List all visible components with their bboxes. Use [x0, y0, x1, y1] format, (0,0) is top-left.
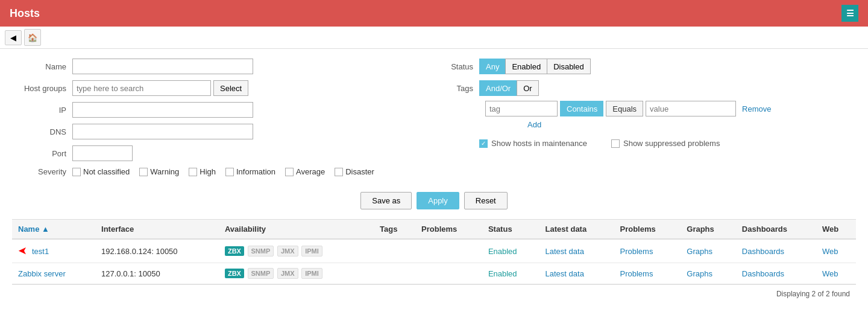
severity-disaster-checkbox[interactable]	[335, 168, 343, 176]
badge-zbx: ZBX	[225, 246, 244, 256]
header-icon: ☰	[841, 5, 858, 22]
status-enabled-button[interactable]: Enabled	[505, 59, 547, 74]
severity-row: Severity Not classified Warning High	[12, 167, 425, 176]
save-as-button[interactable]: Save as	[360, 192, 412, 209]
host-tags-cell	[374, 263, 415, 284]
show-suppressed-checkbox[interactable]	[611, 139, 620, 148]
tags-andor-button[interactable]: And/Or	[479, 80, 517, 96]
host-latestdata-cell: Latest data	[539, 239, 614, 263]
apply-button[interactable]: Apply	[417, 192, 459, 209]
badge-jmx: JMX	[277, 268, 298, 279]
actions-row: Save as Apply Reset	[12, 192, 856, 209]
dns-row: DNS	[12, 124, 425, 139]
problems-link[interactable]: Problems	[620, 269, 653, 278]
host-latestdata-cell: Latest data	[539, 263, 614, 284]
hosts-table: Name ▲ Interface Availability Tags Probl…	[12, 219, 856, 284]
col-latest-data: Latest data	[539, 220, 614, 240]
severity-warning-checkbox[interactable]	[139, 168, 148, 176]
graphs-link[interactable]: Graphs	[687, 247, 712, 256]
severity-not-classified-checkbox[interactable]	[72, 168, 81, 176]
reset-button[interactable]: Reset	[464, 192, 508, 209]
status-disabled-button[interactable]: Disabled	[547, 59, 591, 74]
tag-equals-button[interactable]: Equals	[606, 101, 643, 116]
maintenance-row: Show hosts in maintenance Show suppresse…	[479, 139, 856, 148]
severity-information[interactable]: Information	[225, 167, 275, 176]
status-button-group: Any Enabled Disabled	[479, 59, 591, 74]
dashboards-link[interactable]: Dashboards	[742, 269, 784, 278]
tags-andor-group: And/Or Or	[479, 80, 539, 96]
name-row: Name	[12, 59, 425, 74]
severity-label: Severity	[12, 167, 72, 176]
nav-home-button[interactable]: 🏠	[24, 29, 41, 46]
col-interface: Interface	[95, 220, 219, 240]
tag-value-input[interactable]	[646, 101, 736, 116]
dns-input[interactable]	[72, 124, 253, 139]
port-row: Port	[12, 145, 425, 161]
col-name: Name ▲	[12, 220, 95, 240]
severity-average-label: Average	[296, 167, 325, 176]
ip-row: IP	[12, 102, 425, 118]
tag-remove-link[interactable]: Remove	[742, 104, 771, 113]
severity-information-label: Information	[236, 167, 275, 176]
sort-name-link[interactable]: Name ▲	[18, 225, 49, 234]
severity-average-checkbox[interactable]	[285, 168, 294, 176]
tag-add-link[interactable]: Add	[527, 120, 541, 129]
show-suppressed-label: Show suppressed problems	[623, 139, 720, 148]
show-suppressed-item: Show suppressed problems	[611, 139, 720, 148]
name-label: Name	[12, 62, 72, 71]
severity-high[interactable]: High	[189, 167, 216, 176]
host-status-cell: Enabled	[482, 263, 539, 284]
name-input[interactable]	[72, 59, 253, 74]
problems-link[interactable]: Problems	[620, 247, 653, 256]
filter-left: Name Host groups Select IP DNS Port	[12, 59, 425, 182]
severity-warning-label: Warning	[150, 167, 179, 176]
host-problems-cell	[415, 263, 482, 284]
show-maintenance-checkbox[interactable]	[479, 139, 488, 148]
show-maintenance-item: Show hosts in maintenance	[479, 139, 587, 148]
hostgroups-label: Host groups	[12, 84, 72, 93]
severity-not-classified[interactable]: Not classified	[72, 167, 130, 176]
badge-jmx: JMX	[277, 246, 298, 256]
latest-data-link[interactable]: Latest data	[546, 247, 584, 256]
severity-average[interactable]: Average	[285, 167, 325, 176]
severity-disaster-label: Disaster	[345, 167, 374, 176]
select-button[interactable]: Select	[213, 80, 248, 96]
host-tags-cell	[374, 239, 415, 263]
host-name-link[interactable]: test1	[32, 247, 49, 256]
host-graphs-cell: Graphs	[681, 239, 736, 263]
host-availability-cell: ZBX SNMP JMX IPMI	[219, 239, 374, 263]
tags-or-button[interactable]: Or	[517, 80, 538, 96]
tag-input-row: Contains Equals Remove	[485, 101, 856, 116]
table-footer-text: Displaying 2 of 2 found	[776, 290, 850, 298]
severity-disaster[interactable]: Disaster	[335, 167, 374, 176]
port-input[interactable]	[72, 145, 133, 161]
host-name-link[interactable]: Zabbix server	[18, 269, 66, 278]
latest-data-link[interactable]: Latest data	[546, 269, 584, 278]
badge-ipmi: IPMI	[301, 268, 322, 279]
severity-high-checkbox[interactable]	[189, 168, 197, 176]
nav-back-button[interactable]: ◀	[5, 30, 22, 45]
table-row: Zabbix server 127.0.0.1: 10050 ZBX SNMP …	[12, 263, 856, 284]
hostgroups-input[interactable]	[72, 80, 211, 96]
status-row: Status Any Enabled Disabled	[443, 59, 856, 74]
host-name-cell: ➤ test1	[12, 239, 95, 263]
tag-name-input[interactable]	[485, 101, 558, 116]
home-icon: 🏠	[28, 33, 37, 42]
col-availability: Availability	[219, 220, 374, 240]
tags-row: Tags And/Or Or	[443, 80, 856, 96]
web-link[interactable]: Web	[822, 247, 838, 256]
severity-warning[interactable]: Warning	[139, 167, 179, 176]
host-web-cell: Web	[816, 239, 856, 263]
graphs-link[interactable]: Graphs	[687, 269, 712, 278]
severity-options: Not classified Warning High Information	[72, 167, 374, 176]
host-web-cell: Web	[816, 263, 856, 284]
web-link[interactable]: Web	[822, 269, 838, 278]
ip-input[interactable]	[72, 102, 253, 118]
status-any-button[interactable]: Any	[479, 59, 505, 74]
tag-contains-button[interactable]: Contains	[560, 101, 603, 116]
nav-bar: ◀ 🏠	[0, 27, 868, 49]
dashboards-link[interactable]: Dashboards	[742, 247, 784, 256]
hostgroups-row: Host groups Select	[12, 80, 425, 96]
table-header-row: Name ▲ Interface Availability Tags Probl…	[12, 220, 856, 240]
severity-information-checkbox[interactable]	[225, 168, 234, 176]
